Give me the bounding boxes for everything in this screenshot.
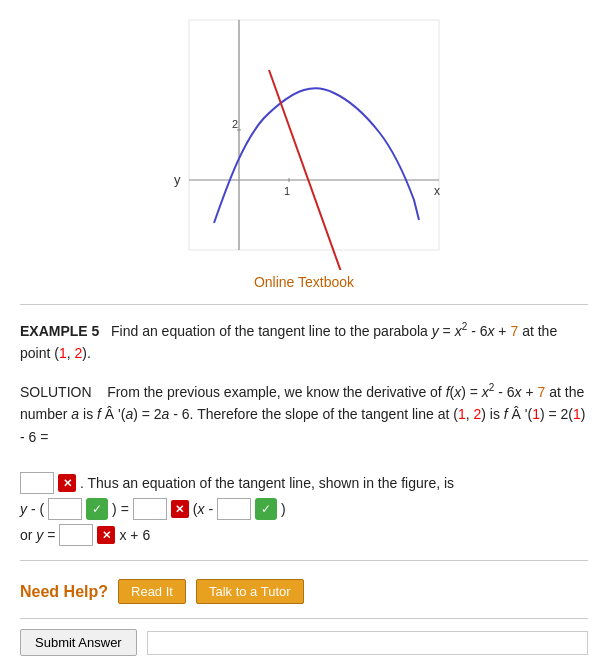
submit-button[interactable]: Submit Answer [20,629,137,656]
svg-rect-0 [189,20,439,250]
divider-1 [20,304,588,305]
y-axis-label: y [174,172,181,187]
divider-2 [20,560,588,561]
x-axis-label: x [434,184,440,198]
textbook-link[interactable]: Online Textbook [254,274,354,290]
solution-label: SOLUTION [20,384,92,400]
read-it-button[interactable]: Read It [118,579,186,604]
example-section: EXAMPLE 5 Find an equation of the tangen… [20,319,588,546]
or-row: or y = ✕ x + 6 [20,524,588,546]
graph-svg: y x 2 1 [149,10,459,270]
talk-to-tutor-button[interactable]: Talk to a Tutor [196,579,304,604]
eq-x-btn-2[interactable]: ✕ [171,500,189,518]
eq-equals: ) = [112,501,129,517]
example-paragraph-1: EXAMPLE 5 Find an equation of the tangen… [20,319,588,364]
need-help-row: Need Help? Read It Talk to a Tutor [20,579,588,604]
main-page: y x 2 1 Online Textbook EXAMPLE 5 Find a… [0,0,608,657]
example-title: EXAMPLE 5 [20,323,99,339]
x-tick-1: 1 [284,185,290,197]
eq-close-paren: ) [281,501,286,517]
submit-input-area [147,631,588,655]
eq-input-1[interactable] [48,498,82,520]
eq-input-3[interactable] [217,498,251,520]
or-input[interactable] [59,524,93,546]
slope-input-row: ✕ . Thus an equation of the tangent line… [20,472,588,494]
eq-y-minus: y - ( [20,501,44,517]
equation-row-1: y - ( ✓ ) = ✕ (x - ✓ ) [20,498,588,520]
slope-x-button[interactable]: ✕ [58,474,76,492]
submit-row: Submit Answer [20,618,588,656]
or-x-btn[interactable]: ✕ [97,526,115,544]
need-help-label: Need Help? [20,583,108,601]
eq-check-btn-1[interactable]: ✓ [86,498,108,520]
eq-check-btn-3[interactable]: ✓ [255,498,277,520]
thus-text: . Thus an equation of the tangent line, … [80,475,454,491]
or-text: or y = [20,527,55,543]
eq-input-2[interactable] [133,498,167,520]
graph-container: y x 2 1 Online Textbook [20,10,588,290]
eq-x-minus: (x - [193,501,213,517]
slope-input[interactable] [20,472,54,494]
y-tick-2: 2 [232,118,238,130]
example-paragraph-2: SOLUTION From the previous example, we k… [20,380,588,448]
or-suffix: x + 6 [119,527,150,543]
